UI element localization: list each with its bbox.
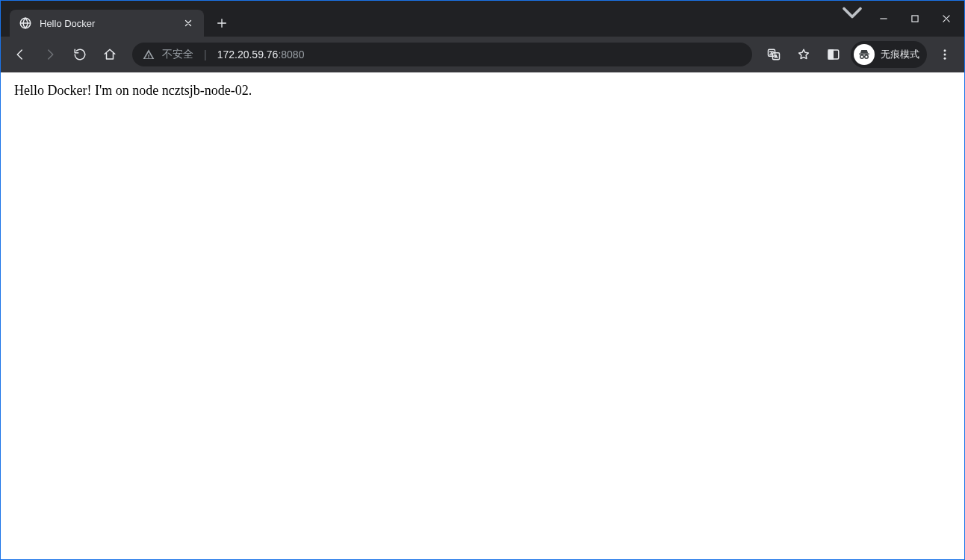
not-secure-warning-icon xyxy=(143,49,155,60)
window-titlebar: Hello Docker xyxy=(1,1,964,37)
globe-icon xyxy=(19,16,32,30)
home-button[interactable] xyxy=(96,41,123,68)
url-port: :8080 xyxy=(278,49,304,60)
svg-rect-6 xyxy=(859,54,869,55)
address-bar[interactable]: 不安全 | 172.20.59.76:8080 xyxy=(132,43,752,66)
bookmark-star-button[interactable] xyxy=(791,42,816,67)
side-panel-button[interactable] xyxy=(821,42,846,67)
back-button[interactable] xyxy=(7,41,34,68)
window-maximize-button[interactable] xyxy=(900,7,930,31)
tab-title: Hello Docker xyxy=(40,18,174,29)
incognito-indicator[interactable]: 无痕模式 xyxy=(851,41,927,68)
new-tab-button[interactable] xyxy=(210,10,234,37)
url-text: 172.20.59.76:8080 xyxy=(217,49,305,60)
tab-search-button[interactable] xyxy=(836,1,869,25)
page-viewport: Hello Docker! I'm on node ncztsjb-node-0… xyxy=(1,72,964,559)
browser-tab[interactable]: Hello Docker xyxy=(10,10,204,37)
svg-point-9 xyxy=(944,49,946,52)
forward-button[interactable] xyxy=(37,41,63,68)
toolbar-right: 无痕模式 xyxy=(761,41,958,68)
omnibox-separator: | xyxy=(201,49,210,60)
svg-rect-5 xyxy=(828,50,833,59)
browser-menu-button[interactable] xyxy=(931,41,958,68)
svg-rect-1 xyxy=(912,16,918,22)
svg-point-8 xyxy=(865,55,869,59)
translate-button[interactable] xyxy=(761,42,786,67)
incognito-icon xyxy=(854,44,875,65)
close-tab-button[interactable] xyxy=(181,16,195,30)
tab-strip: Hello Docker xyxy=(1,1,234,37)
reload-button[interactable] xyxy=(66,41,93,68)
incognito-label: 无痕模式 xyxy=(881,48,919,61)
svg-point-11 xyxy=(944,57,946,60)
svg-point-7 xyxy=(860,55,864,59)
svg-point-10 xyxy=(944,54,946,56)
window-minimize-button[interactable] xyxy=(869,7,899,31)
window-controls xyxy=(869,1,964,37)
window-close-button[interactable] xyxy=(931,7,961,31)
browser-toolbar: 不安全 | 172.20.59.76:8080 xyxy=(1,37,964,72)
security-status-text: 不安全 xyxy=(162,48,193,61)
page-body-text: Hello Docker! I'm on node ncztsjb-node-0… xyxy=(1,72,964,109)
url-host: 172.20.59.76 xyxy=(217,49,279,60)
